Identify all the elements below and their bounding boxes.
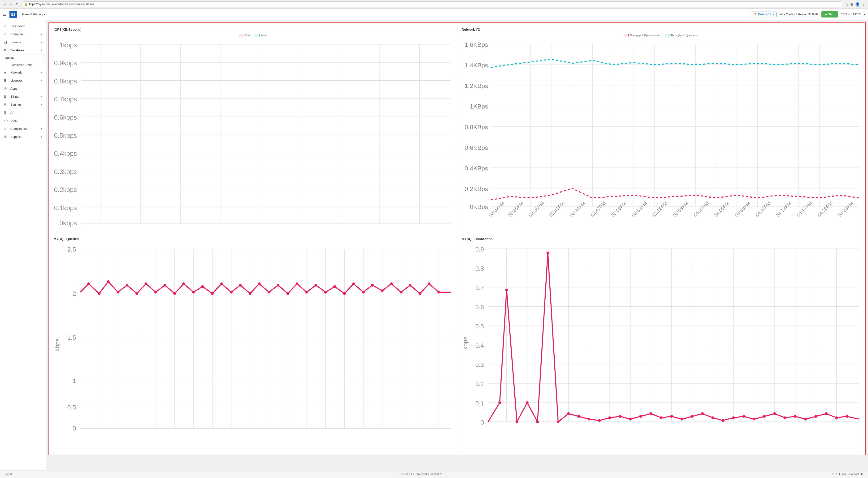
- svg-text:0.4: 0.4: [475, 342, 484, 349]
- iops-svg: 1kbps 0.9kbps 0.8kbps 0.7kbps 0.6kbps 0.…: [54, 38, 452, 227]
- infra-credits-balance: Infra Credits Balance : 3436.88: [779, 13, 818, 16]
- facebook-icon[interactable]: f: [836, 472, 837, 476]
- sidebar-item-support[interactable]: ↺ Support ▾: [0, 133, 46, 141]
- extension-icon[interactable]: ⊕: [850, 2, 853, 7]
- refresh-button[interactable]: ↻: [15, 2, 20, 7]
- menu-icon[interactable]: ⋮: [862, 2, 866, 7]
- legal-link[interactable]: Legal: [5, 473, 11, 476]
- forward-button[interactable]: →: [8, 2, 14, 7]
- footer-legal: Legal: [5, 473, 11, 476]
- sidebar-item-storage[interactable]: ▤ Storage ▾: [0, 38, 46, 46]
- mysql-queries-chart-panel: MYSQL Queries kbps 2.5 2 1.5 1 0.5 0: [49, 232, 457, 455]
- svg-text:0.5kbps: 0.5kbps: [54, 132, 77, 139]
- svg-point-218: [763, 415, 766, 418]
- contact-us-link[interactable]: Contact Us: [849, 473, 863, 476]
- iops-write-label: Write: [261, 34, 267, 37]
- address-bar[interactable]: 🔒 https://myaccount.e2enetworks.com/serv…: [21, 1, 843, 7]
- svg-point-137: [286, 292, 289, 295]
- play-icon: ▶: [825, 12, 827, 16]
- sidebar-item-label: Storage: [10, 40, 41, 44]
- svg-text:0: 0: [72, 425, 76, 432]
- network-io-chart-panel: Network I/O Throughput: Bytes received T…: [457, 23, 865, 232]
- svg-text:0.9kbps: 0.9kbps: [54, 59, 77, 67]
- apps-icon: ◎: [4, 87, 8, 90]
- region-button[interactable]: 📍 Delhi-NCR ▾: [751, 11, 776, 17]
- hamburger-menu[interactable]: ☰: [3, 12, 7, 17]
- linkedin-icon[interactable]: in: [832, 472, 834, 476]
- chevron-down-icon: ▾: [41, 33, 42, 35]
- sidebar-item-parameter-group[interactable]: Parameter Group: [0, 62, 46, 68]
- sidebar-item-billing[interactable]: ⊟ Billing ▾: [0, 92, 46, 100]
- svg-point-148: [390, 283, 393, 285]
- mysql-connection-chart-panel: MYSQL Connection kbps 0.9 0.8 0.7 0.6 0.…: [457, 232, 865, 455]
- iops-read-legend: Read: [239, 34, 251, 37]
- sidebar-item-compute[interactable]: ⊟ Compute ▾: [0, 30, 46, 38]
- svg-point-127: [192, 291, 195, 294]
- sidebar-item-docs[interactable]: <> Docs: [0, 117, 46, 125]
- twitter-icon[interactable]: t: [839, 472, 840, 476]
- rss-icon[interactable]: rss: [842, 472, 846, 476]
- svg-point-146: [371, 284, 374, 287]
- mysql-connection-chart-title: MYSQL Connection: [462, 237, 861, 241]
- chevron-down-icon: ▾: [41, 71, 42, 74]
- svg-text:04:05PM: 04:05PM: [713, 200, 730, 217]
- app-header: ☰ E2 Plans & Pricing ▾ 📍 Delhi-NCR ▾ Inf…: [0, 9, 868, 20]
- svg-point-140: [314, 284, 317, 287]
- chevron-down-icon: ▾: [41, 95, 42, 98]
- svg-point-133: [249, 292, 252, 295]
- storage-icon: ▤: [4, 40, 8, 44]
- svg-point-147: [381, 289, 383, 292]
- start-button[interactable]: ▶ Start: [822, 11, 838, 18]
- svg-point-199: [567, 412, 570, 415]
- iops-chart-panel: IOPS(KB/Second) Read Write 1kbps: [49, 23, 457, 232]
- parameter-group-label: Parameter Group: [10, 63, 32, 67]
- svg-text:03:53PM: 03:53PM: [630, 200, 648, 217]
- sidebar-item-apps[interactable]: ◎ Apps: [0, 85, 46, 92]
- svg-text:0.8kbps: 0.8kbps: [54, 77, 77, 85]
- sidebar: ⊞ Dashboard ⊟ Compute ▾ ▤ Storage ▾ ⊕ Da…: [0, 20, 46, 470]
- svg-text:03:47PM: 03:47PM: [589, 200, 607, 217]
- sidebar-item-dashboard[interactable]: ⊞ Dashboard: [0, 22, 46, 30]
- sidebar-item-compliances[interactable]: ⊡ Compliances ▾: [0, 125, 46, 133]
- svg-text:03:41PM: 03:41PM: [548, 200, 565, 217]
- svg-text:0.6KBps: 0.6KBps: [465, 144, 488, 151]
- svg-point-210: [680, 418, 683, 420]
- svg-text:0.8: 0.8: [475, 265, 484, 272]
- svg-text:1: 1: [72, 377, 76, 384]
- svg-point-194: [515, 420, 518, 423]
- svg-point-220: [783, 417, 786, 419]
- sidebar-item-label: Settings: [10, 103, 41, 106]
- back-button[interactable]: ←: [2, 2, 7, 7]
- iops-read-label: Read: [245, 34, 251, 37]
- svg-point-134: [258, 283, 261, 285]
- svg-point-207: [649, 412, 652, 415]
- chevron-down-icon: ▾: [43, 12, 45, 16]
- plans-pricing-button[interactable]: Plans & Pricing ▾: [20, 11, 47, 17]
- browser-nav-buttons[interactable]: ← → ↻: [2, 2, 20, 7]
- footer-right: in f t rss Contact Us: [832, 472, 863, 476]
- svg-point-225: [835, 417, 838, 419]
- sidebar-item-settings[interactable]: ⚙ Settings ▾: [0, 100, 46, 108]
- svg-point-120: [126, 284, 128, 287]
- svg-text:04:14PM: 04:14PM: [775, 200, 792, 217]
- svg-text:1.6KBps: 1.6KBps: [465, 41, 488, 48]
- sidebar-item-database[interactable]: ⊕ Database ▴: [0, 46, 46, 54]
- svg-text:0.9: 0.9: [475, 246, 484, 253]
- svg-point-121: [135, 292, 138, 295]
- sidebar-item-licenses[interactable]: ⊞ Licenses ▾: [0, 76, 46, 85]
- sidebar-item-dbaas[interactable]: DBaaS: [2, 55, 44, 61]
- lock-icon: 🔒: [24, 3, 28, 6]
- chevron-down-icon: ▾: [41, 127, 42, 130]
- account-icon[interactable]: 👤: [855, 2, 860, 7]
- svg-text:03:56PM: 03:56PM: [651, 200, 669, 217]
- sidebar-item-api[interactable]: {} API: [0, 108, 46, 117]
- licenses-icon: ⊞: [4, 78, 8, 82]
- svg-point-129: [211, 292, 214, 295]
- main-content: IOPS(KB/Second) Read Write 1kbps: [46, 20, 868, 470]
- svg-text:1kbps: 1kbps: [60, 41, 77, 49]
- sidebar-item-label: Network: [10, 71, 41, 74]
- sidebar-item-network[interactable]: ◈ Network ▾: [0, 68, 46, 76]
- bookmark-icon[interactable]: ☆: [845, 2, 848, 7]
- svg-text:0.5: 0.5: [67, 404, 76, 411]
- svg-text:0.7kbps: 0.7kbps: [54, 96, 77, 103]
